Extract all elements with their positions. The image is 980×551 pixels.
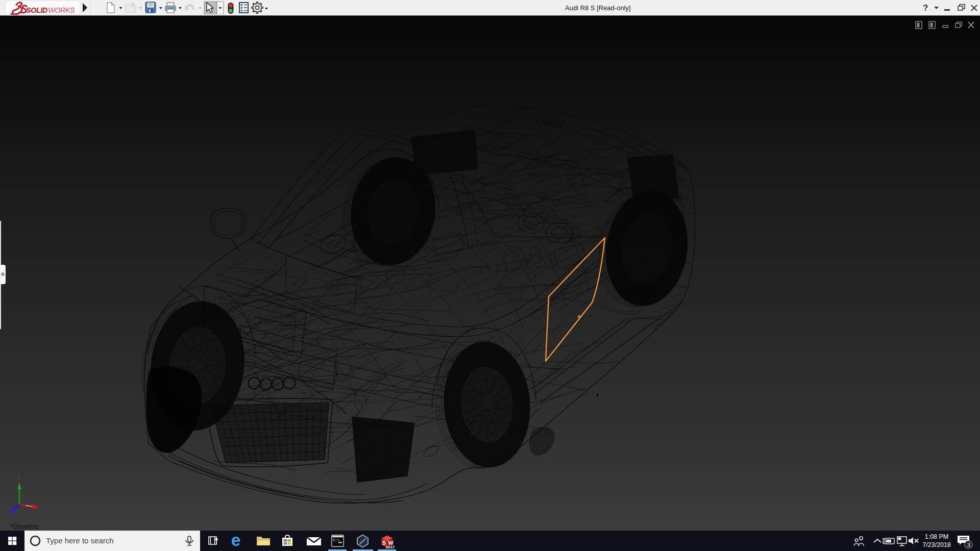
svg-text:SOLID: SOLID [26,6,48,14]
svg-text:*Dimetric: *Dimetric [10,522,39,531]
svg-text:Y: Y [17,475,21,481]
svg-text:3: 3 [967,542,970,548]
svg-text:?: ? [923,3,928,13]
svg-text:2017: 2017 [386,545,395,549]
svg-text:C:\: C:\ [333,538,340,542]
svg-text:WORKS: WORKS [48,6,75,14]
